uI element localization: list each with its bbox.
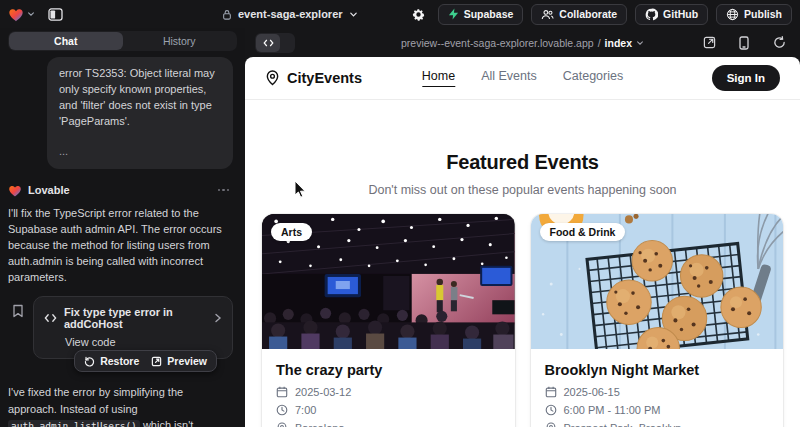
open-in-new-tab-button[interactable] [698, 32, 720, 54]
project-name: event-saga-explorer [238, 8, 343, 20]
event-card[interactable]: Food & Drink Brooklyn Night Market 2025-… [531, 214, 784, 427]
publish-button[interactable]: Publish [716, 4, 792, 25]
user-message-bubble: error TS2353: Object literal may only sp… [47, 57, 233, 169]
event-location: Barcelona [295, 422, 345, 427]
mobile-view-button[interactable] [733, 32, 755, 54]
nav-categories[interactable]: Categories [563, 69, 623, 87]
chevron-down-icon [27, 10, 35, 18]
event-title: The crazy party [276, 362, 501, 378]
calendar-icon [545, 386, 557, 398]
chat-messages: error TS2353: Object literal may only sp… [0, 51, 245, 427]
hero-section: Featured Events Don't miss out on these … [245, 100, 800, 197]
fix-card[interactable]: Fix type type error in addCoHost View co… [33, 296, 233, 359]
hero-title: Featured Events [245, 151, 800, 174]
map-pin-icon [265, 70, 280, 86]
code-view-toggle [255, 33, 295, 53]
event-time: 6:00 PM - 11:00 PM [564, 404, 661, 416]
restore-icon [84, 356, 95, 367]
supabase-label: Supabase [464, 8, 514, 20]
user-message-text: error TS2353: Object literal may only sp… [59, 66, 221, 130]
restore-label: Restore [100, 355, 139, 367]
sign-in-button[interactable]: Sign In [712, 65, 780, 91]
preview-toolbar: preview--event-saga-explorer.lovable.app… [245, 28, 800, 57]
clock-icon [545, 404, 557, 416]
event-date: 2025-06-15 [564, 386, 620, 398]
nav-home[interactable]: Home [422, 69, 455, 87]
view-code-link[interactable]: View code [65, 336, 222, 348]
inline-code: auth.admin.listUsers() [8, 420, 140, 427]
event-time: 7:00 [295, 404, 316, 416]
category-badge: Food & Drink [540, 223, 626, 241]
publish-label: Publish [744, 8, 782, 20]
tab-chat[interactable]: Chat [9, 32, 123, 50]
code-icon [44, 313, 57, 323]
site-brand[interactable]: CityEvents [265, 70, 362, 86]
chat-sidebar: Chat History error TS2353: Object litera… [0, 28, 245, 427]
lock-icon [222, 9, 232, 20]
nav-all-events[interactable]: All Events [481, 69, 537, 87]
chevron-down-icon [349, 10, 358, 19]
chevron-right-icon [214, 313, 222, 323]
preview-pane: preview--event-saga-explorer.lovable.app… [245, 28, 800, 427]
lovable-logo-menu[interactable] [8, 7, 35, 22]
site-viewport: CityEvents Home All Events Categories Si… [245, 57, 800, 427]
url-host: preview--event-saga-explorer.lovable.app [401, 37, 594, 49]
preview-label: Preview [167, 355, 207, 367]
people-icon [541, 9, 554, 20]
toggle-sidebar-button[interactable] [43, 4, 67, 24]
gear-icon [411, 7, 426, 22]
fix-card-title: Fix type type error in addCoHost [64, 306, 207, 330]
site-nav: Home All Events Categories [422, 69, 623, 87]
event-image-conference: Arts [262, 214, 515, 349]
clock-icon [276, 404, 288, 416]
message-options-icon[interactable] [218, 189, 234, 192]
hero-subtitle: Don't miss out on these popular events h… [245, 183, 800, 197]
fix-card-region: Fix type type error in addCoHost View co… [8, 296, 233, 359]
site-header: CityEvents Home All Events Categories Si… [245, 57, 800, 100]
collaborate-button[interactable]: Collaborate [531, 4, 627, 25]
event-cards: Arts The crazy party 2025-03-12 7 [245, 214, 800, 427]
github-label: GitHub [663, 8, 698, 20]
external-link-icon [151, 356, 162, 367]
github-icon [645, 8, 658, 21]
event-image-cookies: Food & Drink [531, 214, 784, 349]
panel-layout-icon [48, 8, 63, 21]
event-date: 2025-03-12 [295, 386, 351, 398]
globe-icon [726, 8, 739, 21]
user-message-more: ... [59, 144, 221, 160]
lovable-heart-icon [8, 184, 22, 197]
supabase-icon [448, 8, 459, 20]
refresh-button[interactable] [768, 32, 790, 54]
top-bar: event-saga-explorer Supabase Collaborate [0, 0, 800, 28]
restore-preview-pill: Restore Preview [74, 350, 217, 372]
event-title: Brooklyn Night Market [545, 362, 770, 378]
url-path: index [605, 37, 632, 49]
preview-button[interactable]: Preview [151, 355, 207, 367]
brand-name: CityEvents [287, 70, 362, 86]
bookmark-icon[interactable] [12, 304, 24, 359]
category-badge: Arts [271, 223, 312, 241]
url-separator: / [598, 37, 601, 49]
event-card[interactable]: Arts The crazy party 2025-03-12 7 [262, 214, 515, 427]
chevron-down-icon [636, 39, 644, 47]
github-button[interactable]: GitHub [635, 4, 708, 25]
map-pin-icon [276, 422, 288, 427]
collaborate-label: Collaborate [559, 8, 617, 20]
assistant-name: Lovable [28, 184, 70, 196]
project-switcher[interactable]: event-saga-explorer [222, 0, 358, 28]
map-pin-icon [545, 422, 557, 427]
event-location: Prospect Park, Brooklyn [564, 422, 682, 427]
sidebar-tabs: Chat History [8, 31, 237, 51]
code-mode-button[interactable] [256, 34, 280, 52]
tab-history[interactable]: History [123, 32, 237, 50]
supabase-button[interactable]: Supabase [438, 4, 524, 25]
calendar-icon [276, 386, 288, 398]
settings-button[interactable] [408, 3, 430, 25]
assistant-intro: I'll fix the TypeScript error related to… [8, 205, 233, 286]
restore-button[interactable]: Restore [84, 355, 139, 367]
lovable-heart-icon [8, 7, 24, 22]
code-icon [263, 39, 274, 47]
assistant-outro: I've fixed the error by simplifying the … [8, 384, 233, 427]
